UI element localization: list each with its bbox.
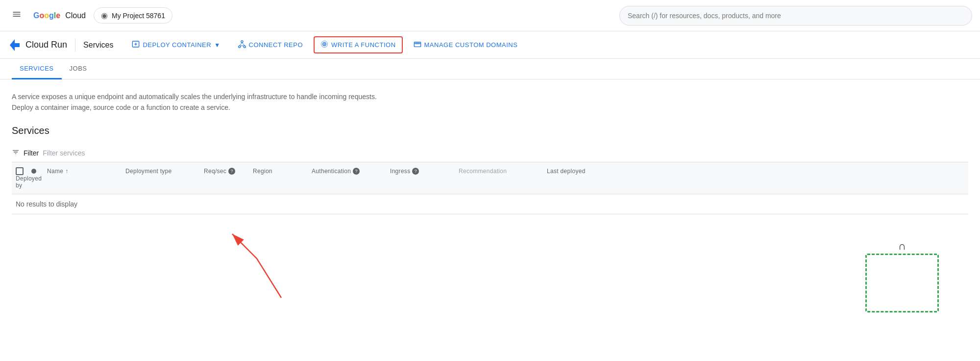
tab-services[interactable]: SERVICES bbox=[12, 59, 62, 79]
app-name: Cloud Run bbox=[25, 40, 67, 50]
secondary-navigation: Cloud Run Services DEPLOY CONTAINER ▼ CO… bbox=[0, 31, 980, 59]
dashed-rectangle bbox=[865, 254, 939, 312]
arc-symbol: ∩ bbox=[898, 240, 906, 253]
req-sec-help-icon[interactable]: ? bbox=[228, 168, 235, 175]
name-sort-icon: ↑ bbox=[65, 168, 68, 175]
deploy-container-icon bbox=[132, 40, 140, 50]
write-a-function-button[interactable]: WRITE A FUNCTION bbox=[314, 36, 403, 53]
svg-marker-0 bbox=[10, 39, 20, 51]
page-tabs: SERVICES JOBS bbox=[0, 59, 980, 79]
google-logo-text: Google bbox=[33, 11, 60, 20]
manage-domains-icon bbox=[414, 40, 421, 50]
page-title: Services bbox=[83, 41, 113, 50]
manage-domains-label: MANAGE CUSTOM DOMAINS bbox=[424, 41, 518, 49]
recommendation-column-header: Recommendation bbox=[459, 168, 547, 175]
search-bar[interactable] bbox=[619, 6, 972, 26]
project-name: My Project 58761 bbox=[112, 12, 165, 20]
svg-point-5 bbox=[238, 46, 240, 48]
cloud-run-icon bbox=[8, 38, 22, 52]
authentication-column-header: Authentication ? bbox=[312, 168, 390, 175]
deploy-container-button[interactable]: DEPLOY CONTAINER ▼ bbox=[125, 36, 227, 53]
red-arrow-svg bbox=[183, 219, 330, 308]
deployed-by-column-header: Deployed by bbox=[16, 175, 31, 189]
deploy-container-label: DEPLOY CONTAINER bbox=[143, 41, 211, 49]
filter-placeholder: Filter services bbox=[43, 149, 85, 157]
cloud-run-logo: Cloud Run bbox=[8, 38, 75, 52]
status-column-header bbox=[31, 169, 47, 174]
checkbox-column-header bbox=[16, 167, 31, 175]
main-content: A service exposes a unique endpoint and … bbox=[0, 79, 980, 317]
connect-repo-icon bbox=[238, 40, 246, 50]
write-function-label: WRITE A FUNCTION bbox=[331, 41, 396, 49]
tab-jobs[interactable]: JOBS bbox=[62, 59, 95, 79]
top-navigation: Google Cloud ◉ My Project 58761 bbox=[0, 0, 980, 31]
req-sec-column-header: Req/sec ? bbox=[204, 168, 253, 175]
services-table: Name ↑ Deployment type Req/sec ? Region … bbox=[12, 162, 968, 214]
name-column-header[interactable]: Name ↑ bbox=[47, 168, 125, 175]
table-header: Name ↑ Deployment type Req/sec ? Region … bbox=[12, 162, 968, 194]
ingress-help-icon[interactable]: ? bbox=[412, 168, 419, 175]
connect-repo-label: CONNECT REPO bbox=[249, 41, 303, 49]
select-all-checkbox[interactable] bbox=[16, 167, 24, 175]
search-input[interactable] bbox=[628, 12, 964, 20]
cloud-text: Cloud bbox=[65, 11, 86, 20]
write-function-icon bbox=[320, 40, 328, 50]
authentication-help-icon[interactable]: ? bbox=[353, 168, 360, 175]
ingress-column-header: Ingress ? bbox=[390, 168, 459, 175]
region-column-header: Region bbox=[253, 168, 312, 175]
filter-bar: Filter Filter services bbox=[12, 144, 968, 162]
status-dot bbox=[31, 169, 36, 174]
svg-point-6 bbox=[244, 46, 245, 48]
annotation-overlay: ∩ bbox=[12, 219, 968, 317]
deployment-type-column-header: Deployment type bbox=[125, 168, 204, 175]
services-section-title: Services bbox=[12, 125, 968, 136]
project-icon: ◉ bbox=[101, 11, 108, 20]
connect-repo-button[interactable]: CONNECT REPO bbox=[231, 36, 310, 53]
manage-custom-domains-button[interactable]: MANAGE CUSTOM DOMAINS bbox=[407, 36, 525, 53]
svg-point-4 bbox=[241, 41, 243, 43]
description-line-1: A service exposes a unique endpoint and … bbox=[12, 91, 968, 102]
google-cloud-logo: Google Cloud bbox=[33, 11, 86, 20]
empty-table-message: No results to display bbox=[12, 194, 968, 214]
filter-label[interactable]: Filter bbox=[24, 149, 39, 157]
filter-icon bbox=[12, 148, 20, 158]
menu-icon[interactable] bbox=[8, 5, 25, 26]
project-selector[interactable]: ◉ My Project 58761 bbox=[94, 7, 172, 24]
green-annotation-box: ∩ bbox=[865, 254, 939, 312]
deploy-dropdown-arrow: ▼ bbox=[214, 42, 220, 49]
description-block: A service exposes a unique endpoint and … bbox=[12, 91, 968, 113]
description-line-2: Deploy a container image, source code or… bbox=[12, 102, 968, 113]
last-deployed-column-header: Last deployed bbox=[547, 168, 625, 175]
